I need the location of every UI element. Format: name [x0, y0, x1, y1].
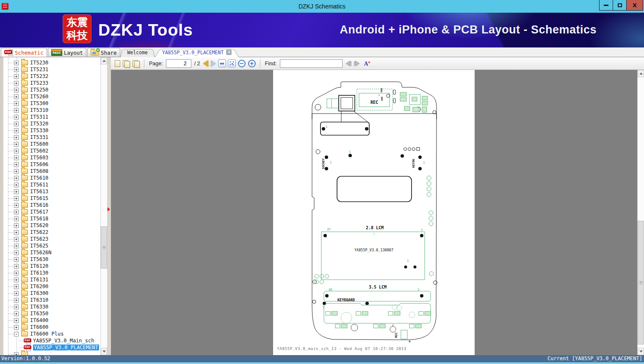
zoom-out-button[interactable]: − [238, 60, 246, 67]
tree-item-folder[interactable]: +IT5626N [0, 249, 100, 256]
pane-splitter[interactable] [107, 57, 111, 355]
expand-icon[interactable]: + [14, 169, 19, 174]
find-previous-button[interactable] [345, 61, 351, 67]
tree-item-folder[interactable]: +IT6400 [0, 317, 100, 324]
document-scrollbar[interactable] [637, 70, 644, 355]
close-button[interactable]: X [626, 0, 643, 11]
tree-item-folder[interactable]: +IT5231 [0, 66, 100, 73]
doc-tab-placement[interactable]: YA855P_V3.0_PLACEMENT [159, 48, 235, 57]
tree-item-folder[interactable]: + [0, 351, 100, 355]
expand-icon[interactable]: + [14, 183, 19, 187]
expand-icon[interactable]: + [14, 88, 19, 92]
expand-icon[interactable]: + [14, 264, 19, 269]
tree-item-folder[interactable]: +IT5606 [0, 161, 100, 168]
expand-icon[interactable]: + [14, 61, 19, 65]
tree-item-folder[interactable]: +IT5608 [0, 168, 100, 175]
tree-item-folder[interactable]: +IT5310 [0, 107, 100, 114]
tree-item-folder[interactable]: +IT5260 [0, 93, 100, 100]
tree-item-folder[interactable]: +IT5625 [0, 242, 100, 249]
tree-item-folder[interactable]: +IT6300 [0, 290, 100, 297]
tree-item-document[interactable]: PDFYA855P_V3.0_Main_sch [0, 337, 100, 344]
previous-page-button[interactable] [202, 58, 210, 69]
tree-item-folder[interactable]: +IT6310 [0, 297, 100, 303]
tree-item-folder[interactable]: +IT6600 [0, 324, 100, 331]
tree-item-folder[interactable]: +IT5611 [0, 181, 100, 188]
tree-item-folder[interactable]: +IT5630 [0, 256, 100, 263]
scroll-up-icon[interactable] [101, 57, 107, 64]
expand-icon[interactable]: + [14, 271, 19, 275]
expand-icon[interactable]: + [14, 257, 19, 262]
expand-icon[interactable]: + [14, 142, 19, 147]
tree-item-folder[interactable]: +IT6120 [0, 263, 100, 270]
maximize-button[interactable] [613, 0, 627, 11]
tab-layout[interactable]: PADS Layout [48, 48, 86, 57]
expand-icon[interactable]: + [14, 250, 19, 255]
tree-item-folder[interactable]: +IT6130 [0, 270, 100, 276]
doc-tab-welcome[interactable]: Welcome [124, 48, 151, 57]
expand-icon[interactable]: + [14, 298, 19, 303]
expand-icon[interactable]: + [14, 156, 19, 160]
expand-icon[interactable]: + [14, 122, 19, 126]
expand-icon[interactable]: + [14, 203, 19, 208]
expand-icon[interactable]: + [14, 237, 19, 242]
expand-icon[interactable]: + [14, 325, 19, 330]
tree-item-folder[interactable]: +IT5617 [0, 208, 100, 215]
tree-item-folder[interactable]: +IT5603 [0, 154, 100, 161]
expand-icon[interactable]: + [14, 291, 19, 296]
expand-icon[interactable]: + [14, 81, 19, 86]
close-tab-icon[interactable] [226, 50, 232, 55]
tree-item-folder[interactable]: +IT5610 [0, 175, 100, 181]
expand-icon[interactable]: + [14, 318, 19, 323]
expand-icon[interactable]: + [14, 94, 19, 99]
expand-icon[interactable]: + [14, 74, 19, 79]
next-page-button[interactable] [210, 58, 217, 69]
tree-item-folder[interactable]: +IT6200 [0, 283, 100, 290]
tree-item-folder[interactable]: +IT5320 [0, 120, 100, 127]
tree-item-folder[interactable]: +IT5622 [0, 229, 100, 236]
fit-page-button[interactable] [228, 59, 236, 67]
tree-item-folder[interactable]: +IT5600 [0, 141, 100, 147]
font-size-button[interactable]: Aa [364, 60, 370, 67]
expand-icon[interactable]: + [14, 135, 19, 140]
expand-icon[interactable]: + [14, 217, 19, 221]
expand-icon[interactable]: + [14, 223, 19, 228]
scroll-down-icon[interactable] [101, 348, 107, 355]
tree-item-folder[interactable]: +IT5233 [0, 80, 100, 86]
scroll-down-icon[interactable] [638, 348, 644, 355]
tab-schematic[interactable]: PDF Schematic [1, 48, 47, 57]
tree-item-folder[interactable]: +IT6131 [0, 276, 100, 283]
expand-icon[interactable]: + [14, 311, 19, 316]
tree-scrollbar-thumb[interactable] [101, 226, 107, 269]
expand-icon[interactable]: + [14, 67, 19, 72]
tree-item-folder[interactable]: +IT5232 [0, 73, 100, 80]
expand-icon[interactable]: + [14, 115, 19, 119]
tree-item-document[interactable]: PDFYA855P_V3.0_PLACEMENT [0, 344, 100, 351]
scroll-up-icon[interactable] [638, 70, 644, 77]
continuous-view-button[interactable] [131, 58, 141, 69]
tree-item-folder[interactable]: +IT5602 [0, 147, 100, 154]
tree-item-folder[interactable]: +IT5250 [0, 86, 100, 93]
tree-item-folder[interactable]: +IT5230 [0, 59, 100, 66]
expand-icon[interactable]: + [14, 210, 19, 214]
tree-item-folder[interactable]: +IT5623 [0, 236, 100, 242]
tree-item-folder[interactable]: +IT5331 [0, 134, 100, 141]
tree-item-folder[interactable]: +IT5311 [0, 114, 100, 120]
expand-icon[interactable]: + [14, 352, 19, 356]
tree-scrollbar[interactable] [100, 57, 107, 355]
expand-icon[interactable]: + [14, 189, 19, 194]
expand-icon[interactable]: + [14, 230, 19, 235]
fit-width-button[interactable]: ↔ [218, 59, 226, 67]
tree-item-folder[interactable]: -IT6600 Plus [0, 331, 100, 337]
tree-item-folder[interactable]: +IT5613 [0, 188, 100, 195]
facing-pages-view-button[interactable] [122, 58, 131, 69]
collapse-icon[interactable]: - [14, 332, 19, 336]
document-scrollbar-thumb[interactable] [638, 221, 644, 345]
tab-share[interactable]: Share [87, 48, 120, 57]
find-input[interactable] [280, 59, 343, 68]
single-page-view-button[interactable] [113, 58, 122, 69]
expand-icon[interactable]: + [14, 176, 19, 181]
expand-icon[interactable]: + [14, 128, 19, 133]
tree-item-folder[interactable]: +IT6350 [0, 310, 100, 317]
tree-item-folder[interactable]: +IT5300 [0, 100, 100, 107]
tree-item-folder[interactable]: +IT5618 [0, 215, 100, 222]
